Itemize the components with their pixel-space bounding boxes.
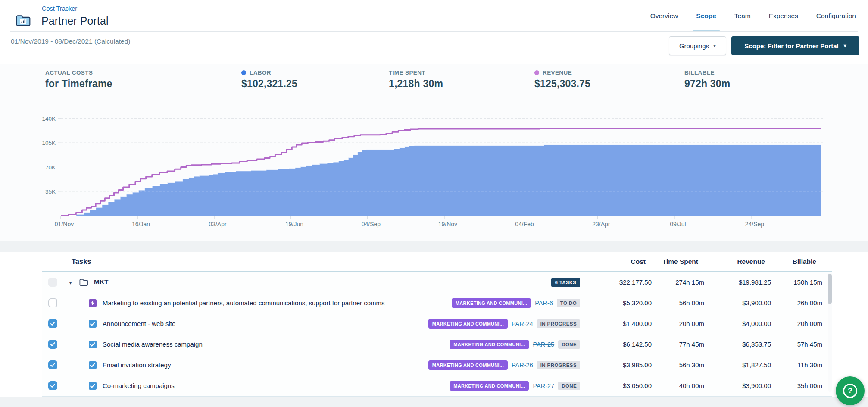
table-header: Tasks Cost Time Spent Revenue Billable bbox=[0, 252, 868, 271]
task-revenue: $1,827.50 bbox=[742, 361, 771, 369]
issue-key-link[interactable]: PAR-6 bbox=[535, 300, 553, 307]
group-time-spent: 274h 15m bbox=[675, 279, 704, 286]
svg-text:24/Sep: 24/Sep bbox=[745, 221, 765, 228]
tab-overview[interactable]: Overview bbox=[650, 0, 678, 31]
issue-key-link[interactable]: PAR-25 bbox=[533, 341, 554, 348]
svg-text:70K: 70K bbox=[45, 164, 56, 171]
expander-icon[interactable]: ▾ bbox=[69, 279, 72, 286]
table-row[interactable]: Email invitation strategy MARKETING AND … bbox=[42, 355, 832, 376]
status-badge: DONE bbox=[558, 340, 580, 349]
table-row[interactable]: Co-marketing campaigns MARKETING AND COM… bbox=[42, 376, 832, 397]
task-cost: $3,050.00 bbox=[623, 382, 652, 389]
epic-type-icon bbox=[89, 299, 97, 307]
bottom-strip bbox=[0, 397, 868, 407]
svg-text:04/Feb: 04/Feb bbox=[515, 221, 534, 228]
row-checkbox[interactable] bbox=[48, 381, 57, 390]
status-badge: IN PROGRESS bbox=[537, 361, 580, 369]
row-checkbox[interactable] bbox=[48, 340, 57, 349]
label-badge: MARKETING AND COMMUNI... bbox=[450, 381, 529, 391]
breadcrumb[interactable]: Cost Tracker bbox=[42, 5, 77, 12]
date-range-label: 01/Nov/2019 - 08/Dec/2021 (Calculated) bbox=[11, 38, 130, 45]
page-title: Partner Portal bbox=[41, 15, 109, 27]
column-header-time-spent[interactable]: Time Spent bbox=[662, 258, 698, 266]
task-cost: $1,400.00 bbox=[623, 320, 652, 327]
group-checkbox[interactable] bbox=[48, 278, 57, 287]
svg-text:01/Nov: 01/Nov bbox=[55, 221, 74, 228]
status-badge: IN PROGRESS bbox=[537, 319, 580, 328]
nav-tabs: Overview Scope Team Expenses Configurati… bbox=[650, 0, 856, 31]
task-cost: $3,985.00 bbox=[623, 361, 652, 369]
task-billable: 20h 00m bbox=[797, 320, 822, 327]
issue-key-link[interactable]: PAR-26 bbox=[512, 362, 533, 369]
help-button[interactable]: ? bbox=[836, 376, 865, 405]
svg-text:23/Apr: 23/Apr bbox=[592, 221, 610, 228]
table-row[interactable]: Announcement - web site MARKETING AND CO… bbox=[42, 313, 832, 335]
issue-key-link[interactable]: PAR-27 bbox=[533, 382, 554, 389]
column-header-revenue[interactable]: Revenue bbox=[737, 258, 765, 266]
table-title: Tasks bbox=[72, 257, 91, 266]
svg-text:16/Jan: 16/Jan bbox=[132, 221, 150, 228]
group-revenue: $19,981.25 bbox=[739, 279, 771, 286]
scrollbar-thumb[interactable] bbox=[828, 274, 832, 304]
row-checkbox[interactable] bbox=[48, 360, 57, 369]
task-cost: $6,142.50 bbox=[623, 341, 652, 348]
column-header-billable[interactable]: Billable bbox=[793, 258, 816, 266]
table-row[interactable]: Marketing to existing an potential partn… bbox=[42, 293, 832, 314]
status-badge: TO DO bbox=[557, 299, 580, 307]
group-cost: $22,177.50 bbox=[619, 279, 652, 286]
task-summary: Announcement - web site bbox=[103, 320, 175, 327]
scope-filter-button-label: Scope: Filter for Partner Portal bbox=[744, 42, 838, 50]
chevron-down-icon: ▾ bbox=[844, 43, 846, 48]
task-time-spent: 20h 00m bbox=[679, 320, 704, 327]
svg-text:19/Nov: 19/Nov bbox=[438, 221, 457, 228]
task-time-spent: 40h 00m bbox=[679, 382, 704, 389]
cost-tracker-logo-icon bbox=[16, 13, 31, 28]
label-badge: MARKETING AND COMMUNI... bbox=[452, 298, 531, 308]
groupings-button[interactable]: Groupings ▾ bbox=[669, 36, 726, 55]
scope-filter-button[interactable]: Scope: Filter for Partner Portal ▾ bbox=[731, 36, 859, 55]
task-type-icon bbox=[89, 361, 97, 369]
svg-text:140K: 140K bbox=[42, 116, 56, 122]
task-billable: 35h 00m bbox=[797, 382, 822, 389]
tasks-table: Tasks Cost Time Spent Revenue Billable ▾… bbox=[0, 252, 868, 407]
task-billable: 26h 00m bbox=[797, 299, 822, 307]
task-time-spent: 77h 45m bbox=[679, 341, 704, 348]
column-header-cost[interactable]: Cost bbox=[631, 258, 646, 266]
task-summary: Co-marketing campaigns bbox=[103, 382, 175, 389]
tab-scope[interactable]: Scope bbox=[696, 0, 716, 31]
svg-text:19/Jun: 19/Jun bbox=[285, 221, 303, 228]
tab-team[interactable]: Team bbox=[734, 0, 751, 31]
task-type-icon bbox=[89, 341, 97, 348]
group-row-mkt[interactable]: ▾ MKT 6 TASKS $22,177.50 274h 15m $19,98… bbox=[42, 272, 832, 293]
tab-configuration[interactable]: Configuration bbox=[816, 0, 856, 31]
label-badge: MARKETING AND COMMUNI... bbox=[428, 360, 508, 370]
table-scrollbar[interactable] bbox=[828, 273, 832, 392]
row-checkbox[interactable] bbox=[48, 298, 57, 307]
label-badge: MARKETING AND COMMUNI... bbox=[428, 319, 508, 329]
task-summary: Email invitation strategy bbox=[103, 361, 171, 369]
help-icon: ? bbox=[843, 384, 857, 398]
svg-text:03/Apr: 03/Apr bbox=[209, 221, 227, 228]
group-name: MKT bbox=[94, 278, 109, 286]
app-header: Cost Tracker Partner Portal Overview Sco… bbox=[0, 0, 868, 32]
table-row[interactable]: Social media awareness campaign MARKETIN… bbox=[42, 334, 832, 355]
issue-key-link[interactable]: PAR-24 bbox=[512, 320, 533, 327]
cost-chart-section: ACTUAL COSTS for Timeframe LABOR $102,32… bbox=[0, 64, 868, 241]
status-badge: DONE bbox=[558, 382, 580, 390]
folder-icon bbox=[79, 278, 88, 287]
task-summary: Social media awareness campaign bbox=[103, 341, 203, 348]
task-revenue: $4,000.00 bbox=[742, 320, 771, 327]
task-billable: 57h 45m bbox=[797, 341, 822, 348]
task-billable: 11h 30m bbox=[798, 361, 822, 369]
cost-area-chart: 35K70K105K140K01/Nov16/Jan03/Apr19/Jun04… bbox=[0, 64, 868, 241]
label-badge: MARKETING AND COMMUNI... bbox=[450, 340, 529, 349]
tab-expenses[interactable]: Expenses bbox=[769, 0, 798, 31]
task-summary: Marketing to existing an potential partn… bbox=[103, 299, 385, 307]
task-type-icon bbox=[89, 320, 97, 328]
task-cost: $5,320.00 bbox=[623, 299, 652, 307]
task-count-badge: 6 TASKS bbox=[551, 278, 580, 287]
row-checkbox[interactable] bbox=[48, 319, 57, 328]
svg-text:04/Sep: 04/Sep bbox=[362, 221, 381, 228]
section-gap bbox=[0, 241, 868, 252]
task-revenue: $6,353.75 bbox=[742, 341, 771, 348]
